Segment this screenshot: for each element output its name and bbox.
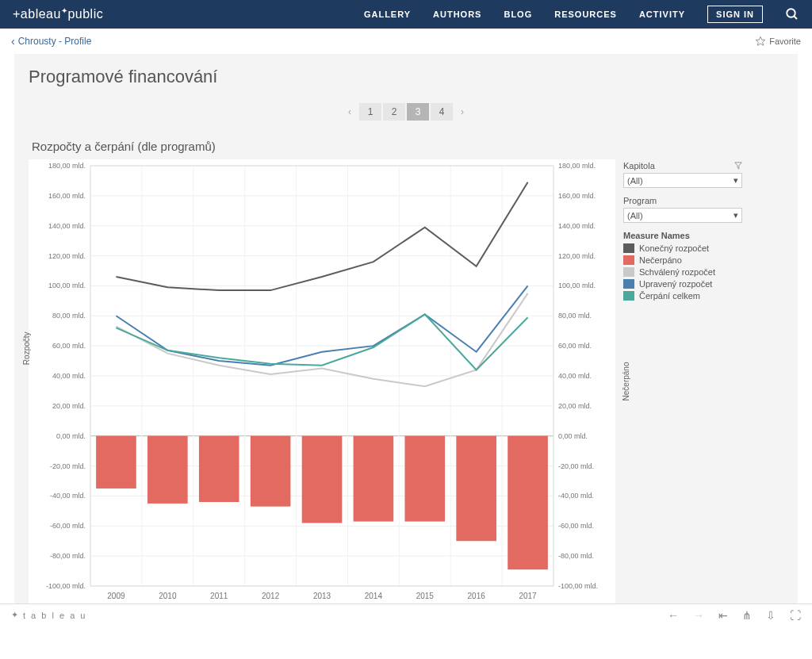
pager: ‹ 1 2 3 4 › xyxy=(29,103,783,121)
legend-necerpano[interactable]: Nečerpáno xyxy=(623,255,742,265)
svg-text:120,00 mld.: 120,00 mld. xyxy=(48,252,86,260)
svg-text:-80,00 mld.: -80,00 mld. xyxy=(50,552,86,560)
chevron-down-icon: ▾ xyxy=(733,210,738,220)
filter-kapitola-label: Kapitola xyxy=(623,161,742,170)
main-nav: GALLERY AUTHORS BLOG RESOURCES ACTIVITY … xyxy=(364,6,799,23)
pager-3[interactable]: 3 xyxy=(407,103,429,121)
legend-swatch xyxy=(623,279,634,289)
y-axis-left-label: Rozpočty xyxy=(22,331,31,365)
svg-text:60,00 mld.: 60,00 mld. xyxy=(558,342,592,350)
svg-text:160,00 mld.: 160,00 mld. xyxy=(48,192,86,200)
legend-cerpani[interactable]: Čerpání celkem xyxy=(623,291,742,301)
svg-text:40,00 mld.: 40,00 mld. xyxy=(558,372,592,380)
filter-program-select[interactable]: (All)▾ xyxy=(623,208,742,223)
signin-button[interactable]: SIGN IN xyxy=(707,6,763,23)
nav-authors[interactable]: AUTHORS xyxy=(433,10,481,19)
legend-upraveny[interactable]: Upravený rozpočet xyxy=(623,279,742,289)
viz-container: Programové financování ‹ 1 2 3 4 › Rozpo… xyxy=(14,54,798,603)
fullscreen-icon[interactable]: ⛶ xyxy=(790,609,801,622)
svg-text:-80,00 mld.: -80,00 mld. xyxy=(558,552,594,560)
svg-rect-69 xyxy=(147,436,188,504)
svg-text:2016: 2016 xyxy=(468,592,486,600)
svg-rect-70 xyxy=(199,436,239,502)
svg-text:-40,00 mld.: -40,00 mld. xyxy=(50,492,86,500)
reset-icon[interactable]: ⇤ xyxy=(718,609,728,622)
pager-prev[interactable]: ‹ xyxy=(342,103,358,121)
svg-text:2017: 2017 xyxy=(519,592,537,600)
svg-text:180,00 mld.: 180,00 mld. xyxy=(48,162,86,170)
back-caret-icon[interactable]: ‹ xyxy=(11,35,15,48)
svg-rect-75 xyxy=(456,436,496,542)
svg-text:2014: 2014 xyxy=(365,592,383,600)
svg-text:-100,00 mld.: -100,00 mld. xyxy=(558,582,598,590)
chevron-down-icon: ▾ xyxy=(733,175,738,186)
svg-text:0,00 mld.: 0,00 mld. xyxy=(558,432,588,440)
pager-4[interactable]: 4 xyxy=(431,103,453,121)
legend-swatch xyxy=(623,243,634,253)
chart-row: 180,00 mld.180,00 mld.160,00 mld.160,00 … xyxy=(29,159,783,603)
nav-resources[interactable]: RESOURCES xyxy=(554,10,617,19)
search-icon[interactable] xyxy=(785,7,799,21)
svg-line-1 xyxy=(794,16,797,19)
svg-text:2013: 2013 xyxy=(313,592,331,600)
svg-text:180,00 mld.: 180,00 mld. xyxy=(558,162,596,170)
pager-1[interactable]: 1 xyxy=(359,103,381,121)
logo-glyph-icon: ✦ xyxy=(11,610,20,620)
svg-text:20,00 mld.: 20,00 mld. xyxy=(558,402,592,410)
svg-text:140,00 mld.: 140,00 mld. xyxy=(558,222,596,230)
chart-area[interactable]: 180,00 mld.180,00 mld.160,00 mld.160,00 … xyxy=(29,159,615,603)
redo-icon[interactable]: → xyxy=(693,609,704,622)
svg-text:40,00 mld.: 40,00 mld. xyxy=(52,372,86,380)
svg-text:-60,00 mld.: -60,00 mld. xyxy=(50,522,86,530)
viz-toolbar: ✦t a b l e a u ← → ⇤ ⋔ ⇩ ⛶ xyxy=(0,603,812,626)
svg-rect-68 xyxy=(96,436,136,489)
legend-swatch xyxy=(623,267,634,277)
svg-marker-2 xyxy=(756,36,765,45)
svg-text:-20,00 mld.: -20,00 mld. xyxy=(50,462,86,470)
svg-rect-76 xyxy=(508,436,548,569)
svg-text:-20,00 mld.: -20,00 mld. xyxy=(558,462,594,470)
app-header: +ableau✦public GALLERY AUTHORS BLOG RESO… xyxy=(0,0,812,29)
pager-next[interactable]: › xyxy=(454,103,470,121)
legend-konecny[interactable]: Konečný rozpočet xyxy=(623,243,742,253)
logo[interactable]: +ableau✦public xyxy=(13,6,103,21)
legend-schvaleny[interactable]: Schválený rozpočet xyxy=(623,267,742,277)
svg-text:-100,00 mld.: -100,00 mld. xyxy=(46,582,86,590)
nav-activity[interactable]: ACTIVITY xyxy=(639,10,685,19)
svg-point-0 xyxy=(787,9,795,17)
viz-title: Programové financování xyxy=(29,67,783,87)
svg-rect-73 xyxy=(354,436,394,522)
nav-blog[interactable]: BLOG xyxy=(504,10,532,19)
undo-icon[interactable]: ← xyxy=(668,609,679,622)
svg-rect-71 xyxy=(251,436,291,507)
funnel-icon[interactable] xyxy=(734,162,742,170)
filter-kapitola-select[interactable]: (All)▾ xyxy=(623,173,742,188)
svg-text:2011: 2011 xyxy=(210,592,228,600)
chart-title: Rozpočty a čerpání (dle programů) xyxy=(32,140,783,153)
download-icon[interactable]: ⇩ xyxy=(766,609,776,622)
legend-swatch xyxy=(623,255,634,265)
svg-text:2012: 2012 xyxy=(262,592,280,600)
svg-text:-40,00 mld.: -40,00 mld. xyxy=(558,492,594,500)
svg-text:100,00 mld.: 100,00 mld. xyxy=(558,282,596,289)
y-axis-right-label: Nečerpáno xyxy=(622,362,630,401)
svg-text:2010: 2010 xyxy=(159,592,177,600)
svg-text:100,00 mld.: 100,00 mld. xyxy=(48,282,86,289)
svg-text:20,00 mld.: 20,00 mld. xyxy=(52,402,86,410)
svg-marker-78 xyxy=(735,163,741,169)
nav-gallery[interactable]: GALLERY xyxy=(364,10,411,19)
legend-title: Measure Names xyxy=(623,231,742,240)
share-icon[interactable]: ⋔ xyxy=(742,609,752,622)
svg-text:80,00 mld.: 80,00 mld. xyxy=(558,312,592,320)
logo-text-1: +ableau xyxy=(13,8,61,21)
svg-text:0,00 mld.: 0,00 mld. xyxy=(56,432,86,440)
chart-svg: 180,00 mld.180,00 mld.160,00 mld.160,00 … xyxy=(29,159,615,603)
breadcrumb-bar: ‹ Chrousty - Profile Favorite xyxy=(0,29,812,54)
pager-2[interactable]: 2 xyxy=(383,103,405,121)
side-panel: Kapitola (All)▾ Program (All)▾ Measure N… xyxy=(615,159,742,303)
logo-text-2: public xyxy=(67,8,103,21)
favorite-label: Favorite xyxy=(769,36,801,46)
breadcrumb-link[interactable]: Chrousty - Profile xyxy=(18,36,92,47)
favorite-button[interactable]: Favorite xyxy=(755,36,801,47)
tableau-logo-small[interactable]: ✦t a b l e a u xyxy=(11,610,86,620)
